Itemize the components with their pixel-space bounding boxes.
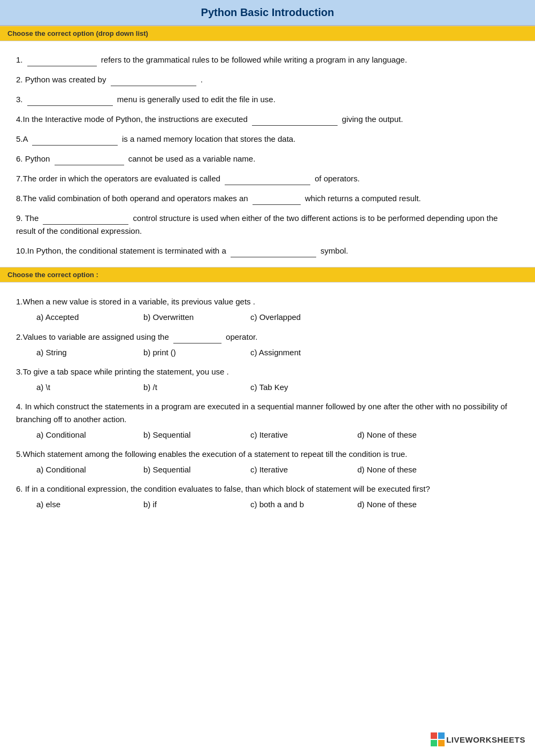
fill-q3-blank[interactable] (27, 93, 113, 106)
fill-q4-after: giving the output. (342, 114, 403, 124)
mcq-q6-text: 6. If in a conditional expression, the c… (16, 483, 519, 495)
mcq-q2: 2.Values to variable are assigned using … (16, 330, 519, 358)
mcq-q5-option-c[interactable]: c) Iterative (246, 464, 353, 475)
mcq-q2-option-a[interactable]: a) String (32, 347, 139, 358)
fill-q1-blank[interactable] (27, 53, 97, 66)
mcq-q4-option-d[interactable]: d) None of these (353, 429, 460, 440)
fill-q8-blank[interactable] (253, 192, 301, 205)
mcq-q5-option-b[interactable]: b) Sequential (139, 464, 246, 475)
mcq-q3: 3.To give a tab space while printing the… (16, 365, 519, 393)
fill-q1-text: 1. refers to the grammatical rules to be… (16, 55, 407, 64)
fill-q5-after: is a named memory location that stores t… (122, 134, 295, 143)
fill-q3: 3. menu is generally used to edit the fi… (16, 93, 519, 106)
mcq-q3-options: a) \t b) /t c) Tab Key (32, 381, 519, 393)
fill-q6: 6. Python cannot be used as a variable n… (16, 152, 519, 165)
mcq-q5-text: 5.Which statement among the following en… (16, 448, 519, 461)
mcq-q1-text: 1.When a new value is stored in a variab… (16, 295, 519, 308)
liveworksheets-logo: LIVEWORKSHEETS (431, 732, 525, 746)
mcq-q3-text: 3.To give a tab space while printing the… (16, 365, 519, 378)
section1-header: Choose the correct option (drop down lis… (0, 26, 535, 41)
mcq-q1-number: 1.When a new value is stored in a variab… (16, 297, 255, 306)
mcq-q3-number: 3.To give a tab space while printing the… (16, 367, 229, 376)
mcq-q4-option-c[interactable]: c) Iterative (246, 429, 353, 440)
fill-q8-number: 8.The valid combination of both operand … (16, 194, 250, 203)
lw-sq-orange (438, 740, 445, 746)
fill-q5-text: 5.A is a named memory location that stor… (16, 134, 295, 143)
fill-q4: 4.In the Interactive mode of Python, the… (16, 112, 519, 126)
fill-q2-after: . (201, 75, 203, 84)
fill-q8-text: 8.The valid combination of both operand … (16, 194, 421, 203)
mcq-q6-option-d[interactable]: d) None of these (353, 499, 460, 510)
fill-q9-number: 9. The (16, 213, 39, 223)
fill-q9-text: 9. The control structure is used when ei… (16, 213, 498, 235)
fill-q5-blank[interactable] (32, 132, 118, 146)
page-title: Python Basic Introduction (5, 6, 530, 19)
title-bar: Python Basic Introduction (0, 0, 535, 26)
lw-logo: LIVEWORKSHEETS (431, 732, 525, 746)
fill-q7-blank[interactable] (225, 172, 310, 185)
fill-q10-blank[interactable] (231, 244, 316, 257)
fill-q1-number: 1. (16, 55, 23, 64)
mcq-q3-option-a[interactable]: a) \t (32, 381, 139, 393)
fill-q5-number: 5.A (16, 134, 30, 143)
mcq-q6-option-a[interactable]: a) else (32, 499, 139, 510)
mcq-q4-option-a[interactable]: a) Conditional (32, 429, 139, 440)
mcq-q5-option-a[interactable]: a) Conditional (32, 464, 139, 475)
mcq-q4-number: 4. In which construct the statements in … (16, 402, 507, 424)
mcq-q5-options: a) Conditional b) Sequential c) Iterativ… (32, 464, 519, 475)
fill-q10-text: 10.In Python, the conditional statement … (16, 246, 348, 255)
fill-q7-after: of operators. (315, 174, 360, 183)
fill-q6-number: 6. Python (16, 154, 52, 163)
mcq-q4: 4. In which construct the statements in … (16, 400, 519, 440)
section2-header: Choose the correct option : (0, 267, 535, 282)
fill-q4-blank[interactable] (252, 112, 338, 126)
mcq-q2-option-b[interactable]: b) print () (139, 347, 246, 358)
mcq-q5-option-d[interactable]: d) None of these (353, 464, 460, 475)
fill-q6-after: cannot be used as a variable name. (128, 154, 256, 163)
fill-q2: 2. Python was created by . (16, 73, 519, 86)
fill-q7-number: 7.The order in which the operators are e… (16, 174, 223, 183)
fill-q2-blank[interactable] (111, 73, 196, 86)
fill-q3-text: 3. menu is generally used to edit the fi… (16, 95, 276, 104)
page: Python Basic Introduction Choose the cor… (0, 0, 535, 756)
mcq-q2-after: operator. (226, 332, 257, 341)
fill-q2-text: 2. Python was created by . (16, 75, 203, 84)
mcq-q4-text: 4. In which construct the statements in … (16, 400, 519, 426)
mcq-q1-option-b[interactable]: b) Overwritten (139, 311, 246, 323)
mcq-q3-option-b[interactable]: b) /t (139, 381, 246, 393)
mcq-q4-options: a) Conditional b) Sequential c) Iterativ… (32, 429, 519, 440)
mcq-q1-option-a[interactable]: a) Accepted (32, 311, 139, 323)
mcq-q2-option-c[interactable]: c) Assignment (246, 347, 353, 358)
mcq-q3-option-c[interactable]: c) Tab Key (246, 381, 353, 393)
lw-sq-green (431, 740, 437, 746)
fill-q4-text: 4.In the Interactive mode of Python, the… (16, 114, 403, 124)
mcq-q1-option-c[interactable]: c) Overlapped (246, 311, 353, 323)
mcq-q6-option-b[interactable]: b) if (139, 499, 246, 510)
lw-squares-icon (431, 732, 445, 746)
mcq-q5: 5.Which statement among the following en… (16, 448, 519, 475)
mcq-section: 1.When a new value is stored in a variab… (0, 282, 535, 518)
mcq-q2-blank[interactable] (173, 330, 221, 343)
fill-q8: 8.The valid combination of both operand … (16, 192, 519, 205)
fill-q10-after: symbol. (320, 246, 348, 255)
mcq-q5-number: 5.Which statement among the following en… (16, 449, 407, 459)
fill-q4-number: 4.In the Interactive mode of Python, the… (16, 114, 248, 124)
mcq-q2-text: 2.Values to variable are assigned using … (16, 330, 519, 343)
mcq-q4-option-b[interactable]: b) Sequential (139, 429, 246, 440)
fill-q10: 10.In Python, the conditional statement … (16, 244, 519, 257)
fill-q3-after: menu is generally used to edit the file … (117, 95, 276, 104)
fill-q6-text: 6. Python cannot be used as a variable n… (16, 154, 255, 163)
fill-q3-number: 3. (16, 95, 25, 104)
fill-q9-blank[interactable] (43, 211, 128, 225)
fill-q8-after: which returns a computed result. (305, 194, 421, 203)
mcq-q1-options: a) Accepted b) Overwritten c) Overlapped (32, 311, 519, 323)
fill-q9: 9. The control structure is used when ei… (16, 211, 519, 238)
mcq-q6-number: 6. If in a conditional expression, the c… (16, 484, 430, 493)
mcq-q1: 1.When a new value is stored in a variab… (16, 295, 519, 323)
fill-q7: 7.The order in which the operators are e… (16, 172, 519, 185)
mcq-q6-options: a) else b) if c) both a and b d) None of… (32, 499, 519, 510)
fill-in-the-blanks-section: 1. refers to the grammatical rules to be… (0, 41, 535, 267)
fill-q6-blank[interactable] (55, 152, 124, 165)
mcq-q2-number: 2.Values to variable are assigned using … (16, 332, 171, 341)
mcq-q6-option-c[interactable]: c) both a and b (246, 499, 353, 510)
